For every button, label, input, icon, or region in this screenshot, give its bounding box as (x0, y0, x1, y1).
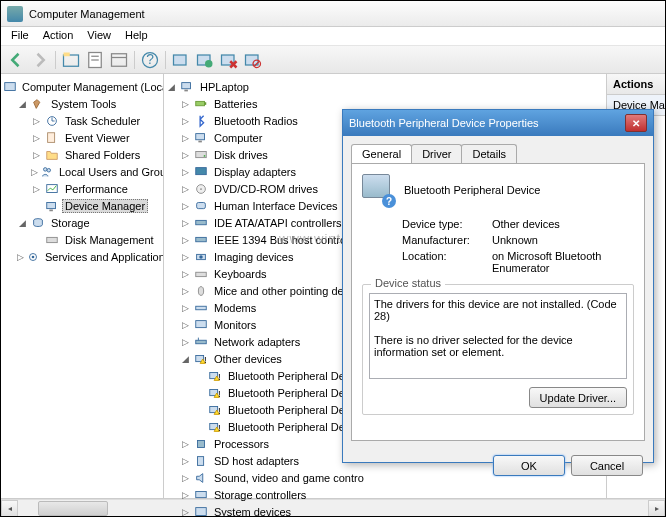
tree-hid[interactable]: Human Interface Devices (211, 199, 341, 213)
tree-batteries[interactable]: Batteries (211, 97, 260, 111)
expand-icon[interactable]: ▷ (180, 115, 191, 126)
menu-help[interactable]: Help (125, 29, 148, 43)
tree-sd_host[interactable]: SD host adapters (211, 454, 302, 468)
warn-icon: ! (207, 403, 223, 417)
tree-dvd[interactable]: DVD/CD-ROM drives (211, 182, 321, 196)
up-button[interactable] (60, 49, 82, 71)
tree-system-tools[interactable]: System Tools (48, 97, 119, 111)
tree-bt_periph[interactable]: Bluetooth Peripheral Devic (225, 369, 361, 383)
tree-bt_periph[interactable]: Bluetooth Peripheral Devic (225, 403, 361, 417)
expand-icon[interactable]: ▷ (31, 132, 42, 143)
tree-services-apps[interactable]: Services and Applications (42, 250, 164, 264)
hid-icon (193, 199, 209, 213)
expand-icon[interactable]: ▷ (31, 149, 42, 160)
uninstall-button[interactable] (218, 49, 240, 71)
tab-details[interactable]: Details (461, 144, 517, 163)
tree-disk-management[interactable]: Disk Management (62, 233, 157, 247)
expand-icon[interactable]: ▷ (180, 234, 191, 245)
tree-keyboards[interactable]: Keyboards (211, 267, 270, 281)
svg-rect-45 (196, 237, 207, 241)
expand-icon[interactable]: ▷ (180, 336, 191, 347)
menu-action[interactable]: Action (43, 29, 74, 43)
tree-device-manager[interactable]: Device Manager (62, 199, 148, 213)
tree-shared-folders[interactable]: Shared Folders (62, 148, 143, 162)
tree-modems[interactable]: Modems (211, 301, 259, 315)
expand-icon[interactable]: ▷ (180, 506, 191, 517)
tree-mice[interactable]: Mice and other pointing devic (211, 284, 360, 298)
expand-icon[interactable]: ▷ (31, 115, 42, 126)
dialog-titlebar[interactable]: Bluetooth Peripheral Device Properties ✕ (343, 110, 653, 136)
collapse-icon[interactable]: ◢ (17, 98, 28, 109)
tree-other[interactable]: Other devices (211, 352, 285, 366)
tree-performance[interactable]: Performance (62, 182, 131, 196)
expand-icon[interactable]: ▷ (180, 472, 191, 483)
tree-storage_ctrl[interactable]: Storage controllers (211, 488, 309, 502)
properties-button[interactable] (84, 49, 106, 71)
tab-general[interactable]: General (351, 144, 412, 163)
expand-icon[interactable]: ▷ (180, 438, 191, 449)
tree-bluetooth_radios[interactable]: Bluetooth Radios (211, 114, 301, 128)
expand-icon[interactable]: ▷ (31, 166, 38, 177)
tree-task-scheduler[interactable]: Task Scheduler (62, 114, 143, 128)
expand-icon[interactable]: ▷ (180, 149, 191, 160)
collapse-icon[interactable]: ◢ (166, 81, 177, 92)
tree-disk_drives[interactable]: Disk drives (211, 148, 271, 162)
tree-monitors[interactable]: Monitors (211, 318, 259, 332)
tree-network[interactable]: Network adapters (211, 335, 303, 349)
expand-icon[interactable]: ▷ (180, 98, 191, 109)
tree-root[interactable]: HPLaptop (197, 80, 252, 94)
tree-bt_periph[interactable]: Bluetooth Peripheral Devic (225, 420, 361, 434)
expand-icon[interactable]: ▷ (180, 217, 191, 228)
toolbar: ? (1, 46, 665, 74)
back-button[interactable] (5, 49, 27, 71)
svg-rect-52 (196, 340, 207, 344)
update-driver-button[interactable]: Update Driver... (529, 387, 627, 408)
tree-root[interactable]: Computer Management (Local (19, 80, 164, 94)
device-manager-icon (44, 199, 60, 213)
expand-icon[interactable]: ▷ (180, 268, 191, 279)
expand-icon[interactable]: ▷ (31, 183, 42, 194)
menu-view[interactable]: View (87, 29, 111, 43)
tree-storage[interactable]: Storage (48, 216, 93, 230)
tree-system_dev[interactable]: System devices (211, 505, 294, 518)
left-pane: Computer Management (Local ◢System Tools… (1, 74, 164, 498)
tree-processors[interactable]: Processors (211, 437, 272, 451)
cancel-button[interactable]: Cancel (571, 455, 643, 476)
expand-icon[interactable]: ▷ (180, 200, 191, 211)
expand-icon[interactable]: ▷ (180, 319, 191, 330)
view-button[interactable] (108, 49, 130, 71)
device-status-text[interactable] (369, 293, 627, 379)
collapse-icon[interactable]: ◢ (17, 217, 28, 228)
expand-icon[interactable]: ▷ (17, 251, 24, 262)
update-button[interactable] (194, 49, 216, 71)
tree-bt_periph[interactable]: Bluetooth Peripheral Devic (225, 386, 361, 400)
scan-button[interactable] (170, 49, 192, 71)
menu-file[interactable]: File (11, 29, 29, 43)
close-button[interactable]: ✕ (625, 114, 647, 132)
tree-imaging[interactable]: Imaging devices (211, 250, 297, 264)
disable-button[interactable] (242, 49, 264, 71)
tree-display_adapters[interactable]: Display adapters (211, 165, 299, 179)
tree-ide[interactable]: IDE ATA/ATAPI controllers (211, 216, 345, 230)
expand-icon[interactable]: ▷ (180, 251, 191, 262)
ok-button[interactable]: OK (493, 455, 565, 476)
tree-computer[interactable]: Computer (211, 131, 265, 145)
collapse-icon[interactable]: ◢ (180, 353, 191, 364)
sys-icon (193, 505, 209, 518)
expand-icon[interactable]: ▷ (180, 489, 191, 500)
forward-button[interactable] (29, 49, 51, 71)
expand-icon[interactable]: ▷ (180, 132, 191, 143)
svg-rect-43 (197, 202, 206, 208)
expand-icon[interactable]: ▷ (180, 166, 191, 177)
expand-icon[interactable]: ▷ (180, 302, 191, 313)
help-button[interactable]: ? (139, 49, 161, 71)
tree-event-viewer[interactable]: Event Viewer (62, 131, 133, 145)
expand-icon[interactable]: ▷ (180, 183, 191, 194)
expand-icon[interactable]: ▷ (180, 455, 191, 466)
expand-icon[interactable]: ▷ (180, 285, 191, 296)
svg-rect-48 (196, 272, 207, 276)
pc-icon (179, 80, 195, 94)
device-status-label: Device status (371, 277, 445, 289)
tab-driver[interactable]: Driver (411, 144, 462, 163)
tree-local-users[interactable]: Local Users and Groups (56, 165, 164, 179)
